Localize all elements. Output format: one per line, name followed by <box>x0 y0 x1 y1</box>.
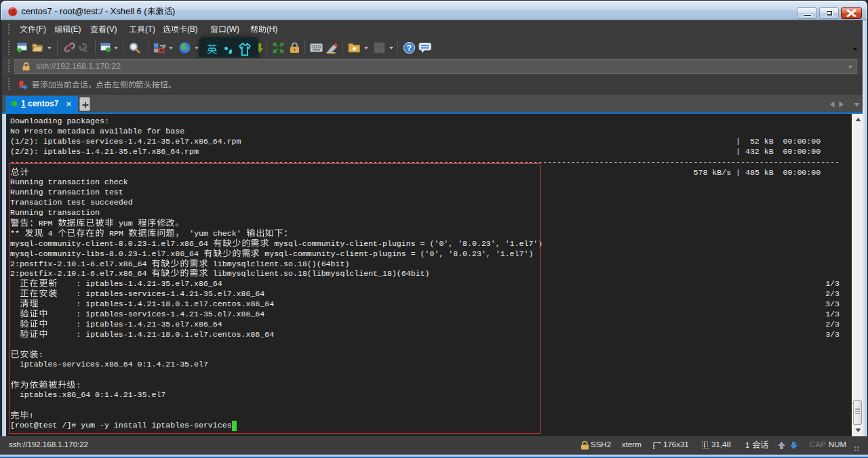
svg-text:?: ? <box>407 43 412 53</box>
